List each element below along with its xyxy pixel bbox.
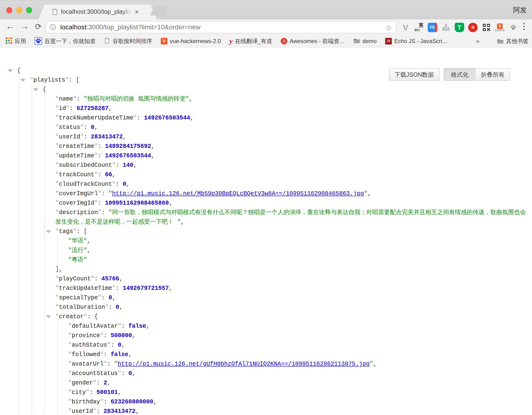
collapse-toggle-icon[interactable] [33,88,38,91]
json-key: trackNumberUpdateTime [59,115,133,121]
bookmarks-overflow-icon[interactable]: » [476,37,480,45]
collapse-toggle-icon[interactable] [8,69,13,72]
json-block: "playlists": [{"name": "独唱与对唱的切换 氛围与情感的转… [19,76,531,415]
fehelper-icon[interactable]: FE [428,22,437,32]
sitemap-icon[interactable] [441,22,451,32]
json-block: "defaultAvatar": false,"province": 50000… [57,321,531,415]
json-key: totalDuration [59,304,105,311]
qrcode-icon[interactable] [481,22,491,32]
json-boolean: false [128,323,146,329]
json-key: trackCount [59,171,94,178]
json-key: subscribedCount [59,162,112,169]
json-line: "city": 500101, [68,388,531,397]
window-close-button[interactable] [6,7,12,13]
json-key: playCount [59,275,91,282]
bookmark-item[interactable]: AAwesomes - 前端资… [281,37,345,45]
json-key: avatarUrl [72,361,104,367]
json-string: "独唱与对唱的切换 氛围与情感的转变" [84,96,189,102]
folder-icon [353,38,360,45]
collapse-toggle-icon[interactable] [46,315,51,318]
json-link[interactable]: http://p1.music.126.net/gUfH0bhzOfAl71NU… [118,361,370,367]
json-number: 0 [128,370,132,377]
json-key: userId [72,408,93,415]
json-line: "subscribedCount": 140, [55,161,531,170]
bookmark-star-icon[interactable]: ☆ [385,23,392,32]
json-number: 1492676503544 [144,115,190,121]
json-line: "followed": false, [68,350,531,359]
window-minimize-button[interactable] [16,7,22,13]
bookmark-item[interactable]: JSEcho JS - JavaScri… [385,38,448,45]
paw-extension-icon[interactable] [508,22,518,32]
bookmark-label: Echo JS - JavaScri… [394,38,448,45]
bookmark-item[interactable]: 应用 [6,37,26,45]
other-bookmarks-folder[interactable]: 其他书签 [497,37,529,45]
bookmark-item[interactable]: y在线翻译_有道 [229,37,272,45]
forward-icon[interactable]: → [20,21,29,31]
json-line: { [17,66,531,76]
json-number: 500101 [96,389,118,396]
json-key: followed [72,351,100,358]
json-number: 1489284175692 [105,143,151,150]
json-line: "status": 0, [55,123,531,132]
json-number: 0 [116,304,119,311]
json-key: coverImgUrl [59,190,98,197]
new-tab-button[interactable] [150,6,168,15]
browser-toolbar: ← → ⟳ ⓘ localhost:3000/top_playlist?limi… [0,19,532,35]
json-line: "trackCount": 66, [55,170,531,180]
collapse-toggle-icon[interactable] [46,230,51,233]
bookmark-label: 应用 [15,37,26,45]
json-number: 0 [118,342,121,348]
reload-icon[interactable]: ⟳ [35,22,42,31]
profile-name[interactable]: 阿发 [513,5,527,15]
json-key: status [59,124,80,131]
json-line: "creator": { [55,312,531,321]
bookmark-item[interactable]: 百度一下，你就知道 [35,37,95,45]
json-line: "description": "同一首歌，独唱模式与对唱模式有没有什么不同呢？独… [55,208,531,227]
json-number: 109951162908465860 [105,200,169,207]
json-number: 500000 [111,332,132,339]
address-bar[interactable]: ⓘ localhost:3000/top_playlist?limit=10&o… [45,21,396,33]
json-line: ], [55,265,531,274]
tab-close-icon[interactable]: × [135,8,139,16]
json-line: "specialType": 0, [55,293,531,303]
tampermonkey-icon[interactable]: T [455,22,464,32]
bookmark-item[interactable]: demo [353,38,377,45]
active-tab[interactable]: localhost:3000/top_playlist?limit=10&ord… [38,5,157,19]
json-line: "trackUpdateTime": 1492679721557, [55,284,531,293]
bookmark-item[interactable]: Vvue-hackernews-2.0 [161,38,221,45]
json-line: "updateTime": 1492676503544, [55,151,531,161]
json-line: "name": "独唱与对唱的切换 氛围与情感的转变", [55,94,531,104]
json-key: specialType [59,294,98,301]
translate-icon[interactable]: 英en [414,22,424,32]
json-line: "createTime": 1489284175692, [55,142,531,151]
bookmark-label: 其他书签 [506,37,529,45]
page-icon [104,38,110,45]
json-key: tags [59,228,73,235]
video-speed-icon[interactable]: » [468,22,478,32]
vue-devtools-icon[interactable]: V [400,22,410,32]
json-line: "playCount": 45766, [55,274,531,284]
json-link[interactable]: http://p1.music.126.net/Mb59p30BpEQLcBQe… [112,190,364,197]
html5-player-icon[interactable]: 5PLAYER [495,22,505,32]
json-key: trackUpdateTime [59,285,112,292]
json-number: 283413472 [104,408,135,415]
page-favicon-icon [52,9,58,16]
url-text: localhost:3000/top_playlist?limit=10&ord… [60,23,200,31]
collapse-toggle-icon[interactable] [20,79,26,82]
window-zoom-button[interactable] [26,7,32,13]
json-boolean: false [111,351,128,358]
json-number: 623260800000 [111,398,153,405]
json-line: "userId": 283413472, [55,132,531,142]
browser-window: localhost:3000/top_playlist?limit=10&ord… [0,0,532,415]
bookmark-item[interactable]: 谷歌按时间排序 [104,37,152,45]
page-info-icon[interactable]: ⓘ [50,23,56,31]
json-number: 0 [109,294,112,301]
json-line: "playlists": [ [30,76,531,85]
browser-menu-icon[interactable]: ⋮ [520,21,528,31]
back-icon[interactable]: ← [6,21,14,31]
bookmark-label: 谷歌按时间排序 [113,37,152,45]
json-number: 627258287 [76,105,109,112]
json-line: "cloudTrackCount": 0, [55,180,531,189]
json-key: description [59,209,98,216]
json-key: createTime [59,143,94,150]
